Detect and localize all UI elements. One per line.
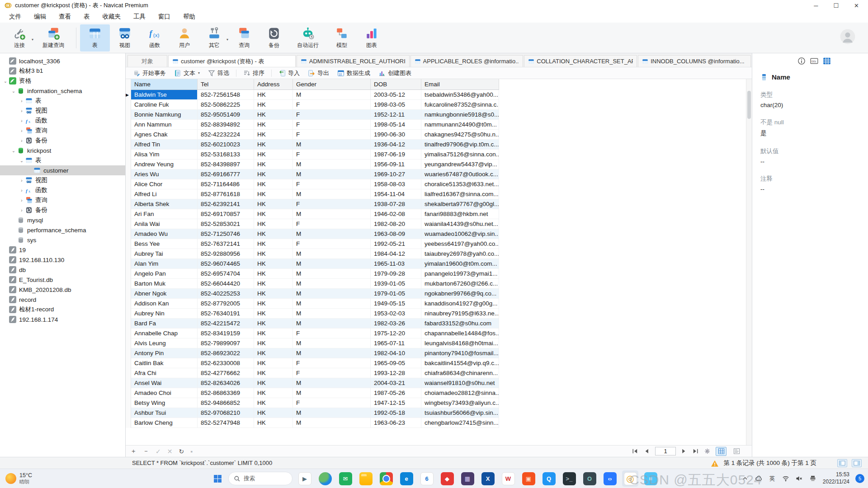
taskbar-app-file-explorer[interactable] [358, 470, 374, 487]
grid-cell[interactable]: nammunann24490@t0m... [421, 120, 499, 130]
tree-item-krickpost[interactable]: ⌄krickpost [0, 145, 125, 155]
grid-cell[interactable]: Barton Muk [131, 279, 198, 289]
tree-item-19[interactable]: 19 [0, 245, 125, 255]
grid-cell[interactable]: taiaubrey26978@yah0.co... [421, 249, 499, 259]
grid-cell[interactable]: 852-62330008 [198, 358, 254, 368]
table-toolbar-datagen-button[interactable]: 10数据生成 [334, 68, 374, 79]
grid-cell[interactable]: Bess Yee [131, 239, 198, 249]
grid-cell[interactable]: Agnes Chak [131, 130, 198, 140]
apply-changes-button[interactable]: ✓ [156, 448, 161, 455]
grid-cell[interactable]: Addison Kan [131, 299, 198, 309]
toggle-right-panel-icon[interactable] [852, 459, 862, 467]
grid-cell[interactable]: 1963-08-09 [371, 229, 421, 239]
scrollbar-thumb[interactable] [747, 91, 751, 119]
grid-cell[interactable]: 852-94866852 [198, 398, 254, 408]
grid-cell[interactable]: 852-95051409 [198, 110, 254, 120]
grid-cell[interactable]: waianila41439@s0hu.net... [421, 219, 499, 229]
chevron-down-icon[interactable]: ⌄ [3, 79, 8, 84]
grid-cell[interactable]: Angelo Pan [131, 269, 198, 279]
grid-cell[interactable]: Betsy Wing [131, 398, 198, 408]
grid-cell[interactable]: 852-88394892 [198, 120, 254, 130]
row-gutter[interactable] [126, 338, 131, 348]
info-icon[interactable] [797, 57, 806, 65]
grid-cell[interactable]: 1990-06-30 [371, 130, 421, 140]
chevron-right-icon[interactable]: › [19, 99, 24, 103]
grid-cell[interactable]: F [293, 358, 371, 368]
table-toolbar-import-button[interactable]: 导入 [275, 68, 303, 79]
grid-cell[interactable]: 1979-09-28 [371, 269, 421, 279]
menu-item-8[interactable]: 帮助 [177, 11, 202, 22]
grid-cell[interactable]: HK [254, 160, 293, 169]
tree-item-检材3-b1[interactable]: 检材3 b1 [0, 66, 125, 76]
grid-cell[interactable]: 852-42215472 [198, 319, 254, 328]
grid-cell[interactable]: M [293, 418, 371, 428]
tab-objects[interactable]: 对象 [127, 55, 167, 67]
row-gutter[interactable] [126, 169, 131, 179]
taskbar-app-edge[interactable]: e [398, 470, 415, 487]
tree-item-record[interactable]: record [0, 295, 125, 305]
grid-cell[interactable]: 852-83419159 [198, 328, 254, 338]
column-header-email[interactable]: Email [421, 79, 499, 90]
grid-cell[interactable]: 1998-05-14 [371, 120, 421, 130]
row-gutter[interactable] [126, 398, 131, 408]
volume-muted-icon[interactable] [796, 475, 803, 483]
row-gutter[interactable] [126, 100, 131, 110]
tree-item-customer[interactable]: customer [0, 165, 125, 175]
column-header-gender[interactable]: Gender [293, 79, 371, 90]
grid-cell[interactable]: namkungbonnie5918@s0... [421, 110, 499, 120]
toolbar-others-big-button[interactable]: 其它▾ [199, 24, 229, 52]
tree-item-表[interactable]: ⌄表 [0, 155, 125, 165]
grid-cell[interactable]: F [293, 398, 371, 408]
taskbar-app-orange-app[interactable]: ▣ [520, 470, 537, 487]
grid-cell[interactable]: M [293, 338, 371, 348]
row-gutter[interactable] [126, 358, 131, 368]
settings-gear-icon[interactable] [704, 448, 711, 455]
toolbar-user-big-button[interactable]: 用户 [170, 24, 199, 52]
dropdown-arrow-icon[interactable]: ▾ [198, 71, 200, 75]
grid-cell[interactable]: waiansel91810@s0hu.net [421, 378, 499, 388]
grid-cell[interactable]: F [293, 368, 371, 378]
grid-cell[interactable]: 1949-05-15 [371, 299, 421, 309]
taskbar-app-media-app[interactable]: ▶ [297, 470, 313, 487]
grid-cell[interactable]: chengbarlow27415@sinn... [421, 418, 499, 428]
grid-cell[interactable]: Alvis Leung [131, 338, 198, 348]
grid-cell[interactable]: panangelo19973@ymai1... [421, 269, 499, 279]
menu-item-7[interactable]: 窗口 [152, 11, 177, 22]
toolbar-function-big-button[interactable]: f(x)函数 [140, 24, 170, 52]
row-gutter[interactable] [126, 309, 131, 319]
grid-view-icon[interactable] [823, 57, 831, 65]
grid-cell[interactable]: HK [254, 368, 293, 378]
grid-cell[interactable]: yeebess64197@yah00.co... [421, 239, 499, 249]
grid-cell[interactable]: 852-86863369 [198, 388, 254, 398]
taskbar-app-browser-ball[interactable] [317, 470, 333, 487]
row-gutter[interactable] [126, 130, 131, 140]
grid-cell[interactable]: HK [254, 289, 293, 299]
grid-cell[interactable]: 1982-03-26 [371, 319, 421, 328]
grid-cell[interactable]: 852-69574704 [198, 269, 254, 279]
grid-cell[interactable]: 852-87761618 [198, 189, 254, 199]
grid-cell[interactable]: leungalvis84168@h0tmai... [421, 338, 499, 348]
grid-cell[interactable]: HK [254, 358, 293, 368]
grid-cell[interactable]: wuamadeo10062@vip.sin... [421, 229, 499, 239]
grid-cell[interactable]: fanari98883@hkbm.net [421, 209, 499, 219]
taskbar-app-navicat[interactable]: ◎ [622, 470, 638, 487]
grid-cell[interactable]: M [293, 269, 371, 279]
toolbar-new-query-button[interactable]: 新建查询 [34, 24, 72, 52]
grid-cell[interactable]: Aries Wu [131, 169, 198, 179]
tree-item-备份[interactable]: ›备份 [0, 136, 125, 145]
grid-cell[interactable]: 852-62392141 [198, 199, 254, 209]
taskbar-app-red-app[interactable]: ◆ [439, 470, 455, 487]
grid-cell[interactable]: HK [254, 90, 293, 100]
row-gutter[interactable] [126, 229, 131, 239]
tree-item-函数[interactable]: ›fx函数 [0, 185, 125, 195]
grid-cell[interactable]: 1952-12-11 [371, 110, 421, 120]
grid-cell[interactable]: mukbarton67260@l266.c... [421, 279, 499, 289]
grid-cell[interactable]: 1993-12-28 [371, 368, 421, 378]
grid-cell[interactable]: F [293, 100, 371, 110]
wifi-icon[interactable] [782, 475, 790, 483]
dropdown-arrow-icon[interactable]: ▾ [226, 38, 228, 42]
ddl-icon[interactable]: DDL [810, 57, 818, 65]
tree-item-192.168.1.174[interactable]: 192.168.1.174 [0, 314, 125, 324]
tree-item-备份[interactable]: ›备份 [0, 205, 125, 215]
grid-cell[interactable]: HK [254, 338, 293, 348]
